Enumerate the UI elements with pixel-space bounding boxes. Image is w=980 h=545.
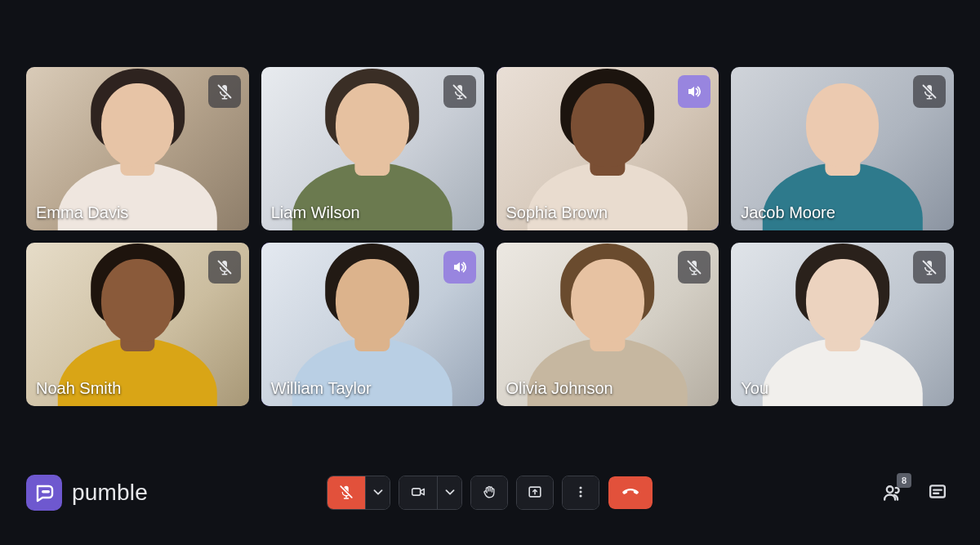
participant-name: William Taylor [271,379,372,398]
hang-up-icon [622,484,639,503]
screen-share-control [516,476,554,510]
hangup-control [608,476,653,510]
screen-share-icon [527,484,543,503]
participant-name: You [741,379,768,398]
speaking-icon [678,75,710,108]
more-options-button[interactable] [563,476,599,509]
mic-muted-icon [678,251,710,284]
participant-name: Liam Wilson [271,203,360,222]
mic-muted-icon [443,75,476,108]
participant-tile[interactable]: William Taylor [261,243,484,406]
hang-up-button[interactable] [608,476,653,509]
participant-name: Noah Smith [36,379,122,398]
participant-name: Emma Davis [36,203,128,222]
mic-muted-icon [913,75,946,108]
mic-muted-icon [913,251,946,284]
camera-control [399,476,462,510]
more-options-icon [572,484,589,503]
more-options-control [562,476,599,510]
participant-name: Sophia Brown [506,203,608,222]
mic-control [327,476,390,510]
brand-logomark-icon [26,475,62,511]
participant-tile[interactable]: Jacob Moore [731,67,954,230]
mic-off-icon [338,484,354,503]
participant-count-badge: 8 [897,473,911,488]
speaking-icon [443,251,476,284]
participant-name: Jacob Moore [741,203,835,222]
participant-tile[interactable]: You [731,243,954,406]
brand-logo: pumble [26,475,148,511]
mic-muted-icon [208,251,241,284]
participants-grid: Emma Davis Liam Wilson Sophia Brown Jaco… [0,0,980,406]
secondary-controls: 8 [875,476,954,509]
participant-avatar [755,262,929,406]
raise-hand-control [470,476,508,510]
toggle-camera-button[interactable] [399,476,437,509]
mic-muted-icon [208,75,241,108]
call-controls [327,476,653,510]
screen-share-button[interactable] [517,476,553,509]
toggle-mic-button[interactable] [327,476,365,509]
raise-hand-icon [481,484,497,503]
camera-options-button[interactable] [437,476,461,509]
participant-name: Olivia Johnson [506,379,613,398]
chat-button[interactable] [921,476,954,509]
participants-button[interactable]: 8 [875,476,908,509]
participant-tile[interactable]: Sophia Brown [497,67,719,230]
raise-hand-button[interactable] [471,476,507,509]
participant-tile[interactable]: Olivia Johnson [497,243,719,406]
chevron-down-icon [370,484,386,503]
brand-name: pumble [72,480,148,506]
mic-options-button[interactable] [365,476,390,509]
participant-tile[interactable]: Emma Davis [26,67,249,230]
chat-icon [927,481,948,505]
toolbar: pumble [0,473,980,512]
chevron-down-icon [442,484,458,503]
video-icon [410,484,426,503]
participant-tile[interactable]: Liam Wilson [261,67,484,230]
participant-tile[interactable]: Noah Smith [26,243,249,406]
